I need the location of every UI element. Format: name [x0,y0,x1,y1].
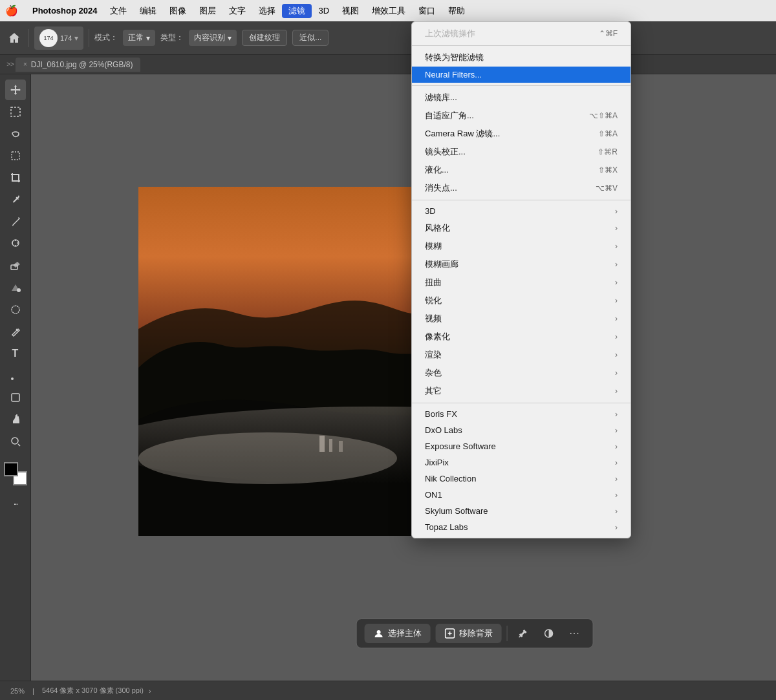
menu-sharpen[interactable]: 锐化 › [412,292,630,310]
menu-window[interactable]: 窗口 [412,4,442,18]
dxo-labs-label: DxO Labs [425,425,462,435]
more-tools[interactable]: ··· [5,493,26,514]
menu-stylize[interactable]: 风格化 › [412,219,630,237]
menu-jixipix[interactable]: JixiPix › [412,454,630,471]
document-tab[interactable]: × DJI_0610.jpg @ 25%(RGB/8) [16,58,140,72]
create-texture-btn[interactable]: 创建纹理 [242,30,287,46]
move-tool[interactable] [5,80,26,100]
sidebar-toggle[interactable]: >> [5,55,16,74]
menu-plugins[interactable]: 增效工具 [365,4,412,18]
menu-help[interactable]: 帮助 [442,4,471,18]
foreground-color[interactable] [4,462,18,476]
menu-lens-correction[interactable]: 镜头校正... ⇧⌘R [412,143,630,161]
eraser-tool[interactable] [5,255,26,276]
eyedropper-tool[interactable] [5,189,26,210]
crop-tool[interactable] [5,167,26,188]
clone-stamp[interactable] [5,233,26,254]
menu-video[interactable]: 视频 › [412,310,630,328]
menu-skylum-software[interactable]: Skylum Software › [412,503,630,519]
remove-bg-button[interactable]: 移除背景 [436,624,502,643]
menu-3d[interactable]: 3D [312,5,336,17]
blur-tool[interactable] [5,299,26,320]
action-bar: 选择主体 移除背景 ··· [356,619,594,648]
menu-file[interactable]: 文件 [103,4,133,18]
lasso-tool[interactable] [5,123,26,144]
zoom-tool[interactable] [5,431,26,452]
menu-on1[interactable]: ON1 › [412,487,630,503]
color-picker[interactable] [4,462,27,485]
tab-close-icon[interactable]: × [23,61,27,68]
app-name[interactable]: Photoshop 2024 [26,5,103,17]
status-bar: 25% | 5464 像素 x 3070 像素 (300 ppi) › [0,681,776,700]
menu-layer[interactable]: 图层 [193,4,222,18]
filter-dropdown-menu: 上次滤镜操作 ⌃⌘F 转换为智能滤镜 Neural Filters... 滤镜库… [411,21,631,538]
menu-liquify[interactable]: 液化... ⇧⌘X [412,161,630,179]
menu-neural-filters[interactable]: Neural Filters... [412,67,630,83]
menu-render[interactable]: 渲染 › [412,346,630,364]
menu-image[interactable]: 图像 [163,4,193,18]
filter-gallery-label: 滤镜库... [425,92,457,103]
svg-point-4 [17,288,21,292]
menu-distort[interactable]: 扭曲 › [412,273,630,292]
jixipix-label: JixiPix [425,458,449,467]
hand-tool[interactable] [5,409,26,430]
menu-pixelate[interactable]: 像素化 › [412,328,630,346]
select-subject-button[interactable]: 选择主体 [365,624,431,643]
last-filter-shortcut: ⌃⌘F [599,29,618,38]
liquify-label: 液化... [425,164,449,176]
3d-arrow: › [615,207,618,216]
remove-bg-label: 移除背景 [459,628,493,639]
svg-point-15 [377,630,381,634]
type-select[interactable]: 内容识别 ▾ [189,30,237,46]
menu-text[interactable]: 文字 [222,4,252,18]
menu-edit[interactable]: 编辑 [133,4,163,18]
brush-tool[interactable] [5,211,26,232]
type-value: 内容识别 [194,32,225,43]
pin-icon-btn[interactable] [513,623,534,644]
brush-preset-picker[interactable]: 174 174 ▾ [34,27,83,50]
menu-exposure-software[interactable]: Exposure Software › [412,438,630,454]
menu-adaptive-wide[interactable]: 自适应广角... ⌥⇧⌘A [412,107,630,125]
camera-raw-shortcut: ⇧⌘A [598,129,618,138]
nearby-btn[interactable]: 近似... [292,30,329,46]
menu-filter-gallery[interactable]: 滤镜库... [412,89,630,107]
camera-raw-label: Camera Raw 滤镜... [425,128,500,140]
menu-blur[interactable]: 模糊 › [412,237,630,255]
marquee-tool[interactable] [5,101,26,122]
menu-noise[interactable]: 杂色 › [412,364,630,382]
left-panel: T ··· [0,74,31,681]
video-arrow: › [615,314,618,323]
more-options-btn[interactable]: ··· [565,623,585,644]
menu-topaz-labs[interactable]: Topaz Labs › [412,519,630,535]
menu-nik-collection[interactable]: Nik Collection › [412,471,630,487]
blur-gallery-arrow: › [615,260,618,269]
menu-camera-raw[interactable]: Camera Raw 滤镜... ⇧⌘A [412,125,630,143]
menu-blur-gallery[interactable]: 模糊画廊 › [412,255,630,273]
apple-icon[interactable]: 🍎 [5,5,18,17]
svg-rect-14 [339,441,343,452]
menu-view[interactable]: 视图 [336,4,365,18]
menu-filter[interactable]: 滤镜 [282,4,312,18]
mode-select[interactable]: 正常 ▾ [123,30,155,46]
home-icon[interactable] [5,29,23,47]
menu-3d[interactable]: 3D › [412,203,630,219]
path-select[interactable] [5,365,26,386]
text-tool[interactable]: T [5,343,26,364]
vanishing-point-label: 消失点... [425,182,457,194]
menu-dxo-labs[interactable]: DxO Labs › [412,422,630,438]
skylum-software-label: Skylum Software [425,506,488,516]
menu-last-filter[interactable]: 上次滤镜操作 ⌃⌘F [412,25,630,43]
boris-fx-label: Boris FX [425,409,457,419]
half-circle-icon-btn[interactable] [539,623,559,644]
menu-other[interactable]: 其它 › [412,382,630,400]
dimensions-arrow[interactable]: › [149,687,151,695]
fill-tool[interactable] [5,277,26,298]
menu-smart-filter[interactable]: 转换为智能滤镜 [412,48,630,67]
menu-select[interactable]: 选择 [252,4,282,18]
menu-boris-fx[interactable]: Boris FX › [412,406,630,422]
shape-tool[interactable] [5,387,26,408]
pen-tool[interactable] [5,321,26,342]
canvas-area[interactable]: 选择主体 移除背景 ··· [31,74,776,681]
quick-select[interactable] [5,145,26,166]
menu-vanishing-point[interactable]: 消失点... ⌥⌘V [412,179,630,197]
